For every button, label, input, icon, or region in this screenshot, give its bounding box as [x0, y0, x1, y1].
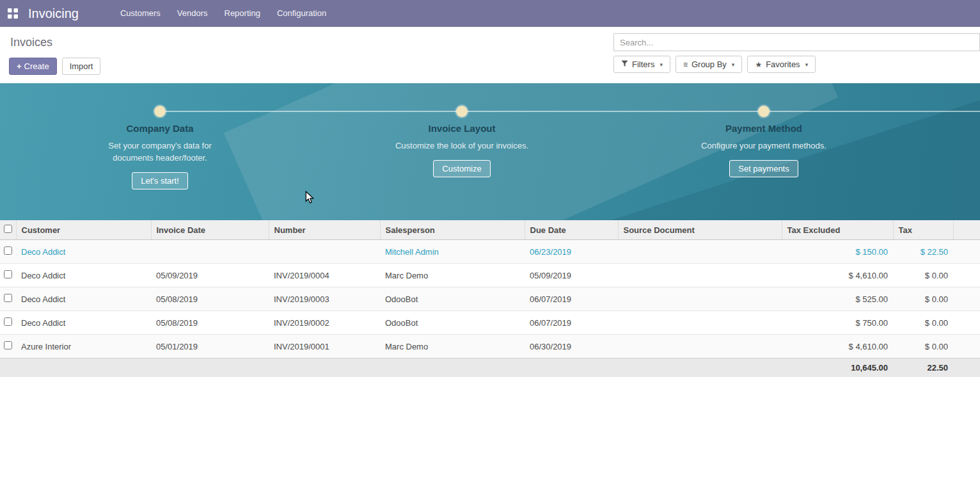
apps-grid-icon[interactable]: [8, 8, 18, 19]
onboarding-step-company-data: Company Data Set your company's data for…: [83, 123, 237, 189]
cell-source-document: [618, 264, 782, 287]
menu-reporting[interactable]: Reporting: [216, 0, 269, 27]
cell-due-date: 06/30/2019: [525, 335, 618, 358]
lets-start-button[interactable]: Let's start!: [132, 172, 188, 189]
onboarding-timeline: [160, 111, 980, 112]
create-button-label: Create: [24, 61, 49, 71]
caret-down-icon: ▾: [660, 61, 663, 68]
cell-source-document: [618, 240, 782, 264]
group-by-button[interactable]: ≡ Group By ▾: [676, 56, 742, 73]
favorites-button[interactable]: ★ Favorites ▾: [747, 56, 816, 73]
row-checkbox[interactable]: [4, 341, 12, 349]
filter-icon: [621, 60, 628, 69]
cell-tax-excluded: $ 150.00: [782, 240, 893, 264]
cell-source-document: [618, 311, 782, 335]
onboarding-banner: Company Data Set your company's data for…: [0, 83, 980, 220]
import-button[interactable]: Import: [62, 58, 101, 75]
cell-tax-excluded: $ 4,610.00: [782, 264, 893, 287]
cell-customer: Deco Addict: [16, 264, 151, 287]
cell-salesperson: Marc Demo: [380, 264, 525, 287]
group-by-icon: ≡: [683, 60, 688, 69]
menu-configuration[interactable]: Configuration: [269, 0, 335, 27]
filters-button-label: Filters: [632, 60, 654, 69]
plus-icon: +: [17, 61, 22, 71]
step-description: Configure your payment methods.: [697, 140, 831, 152]
totals-spacer: [16, 358, 151, 378]
total-tax: 22.50: [893, 358, 953, 378]
cell-spacer: [953, 335, 980, 358]
cell-customer: Azure Interior: [16, 335, 151, 358]
column-header-source-document[interactable]: Source Document: [618, 220, 782, 240]
totals-spacer: [618, 358, 782, 378]
cell-tax-excluded: $ 750.00: [782, 311, 893, 335]
cell-salesperson: Marc Demo: [380, 335, 525, 358]
step-title: Invoice Layout: [385, 123, 539, 134]
column-header-tax[interactable]: Tax: [893, 220, 953, 240]
step-title: Payment Method: [687, 123, 841, 134]
cell-tax-excluded: $ 525.00: [782, 287, 893, 311]
invoice-list-table: Customer Invoice Date Number Salesperson…: [0, 220, 980, 377]
row-checkbox[interactable]: [4, 270, 12, 278]
step-description: Set your company's data for documents he…: [93, 140, 227, 164]
cell-due-date: 06/23/2019: [525, 240, 618, 264]
cell-tax: $ 0.00: [893, 287, 953, 311]
row-checkbox[interactable]: [4, 317, 12, 326]
column-header-salesperson[interactable]: Salesperson: [380, 220, 525, 240]
cell-source-document: [618, 287, 782, 311]
onboarding-step-invoice-layout: Invoice Layout Customize the look of you…: [385, 123, 539, 177]
menu-customers[interactable]: Customers: [112, 0, 169, 27]
star-icon: ★: [755, 60, 762, 69]
invoice-row[interactable]: Deco Addict 05/08/2019 INV/2019/0003 Odo…: [0, 287, 980, 311]
cell-due-date: 06/07/2019: [525, 311, 618, 335]
create-button[interactable]: +Create: [9, 58, 57, 75]
cell-tax: $ 0.00: [893, 264, 953, 287]
column-header-number[interactable]: Number: [269, 220, 380, 240]
row-select-cell: [0, 287, 16, 311]
top-navbar: Invoicing Customers Vendors Reporting Co…: [0, 0, 980, 27]
select-all-cell: [0, 220, 16, 240]
cell-tax-excluded: $ 4,610.00: [782, 335, 893, 358]
row-select-cell: [0, 240, 16, 264]
set-payments-button[interactable]: Set payments: [729, 160, 798, 177]
invoice-row[interactable]: Deco Addict 05/08/2019 INV/2019/0002 Odo…: [0, 311, 980, 335]
invoice-row[interactable]: Azure Interior 05/01/2019 INV/2019/0001 …: [0, 335, 980, 358]
filters-button[interactable]: Filters ▾: [613, 56, 670, 73]
cell-number: INV/2019/0002: [269, 311, 380, 335]
group-by-button-label: Group By: [692, 60, 727, 69]
control-panel-left: Invoices +Create Import: [9, 33, 100, 75]
cell-invoice-date: 05/08/2019: [151, 311, 269, 335]
row-checkbox[interactable]: [4, 294, 12, 302]
caret-down-icon: ▾: [805, 61, 809, 68]
totals-spacer: [525, 358, 618, 378]
search-input[interactable]: [613, 33, 980, 51]
step-dot-invoice-layout: [456, 106, 468, 117]
column-header-spacer: [953, 220, 980, 240]
invoice-row[interactable]: Deco Addict 05/09/2019 INV/2019/0004 Mar…: [0, 264, 980, 287]
row-checkbox[interactable]: [4, 246, 12, 255]
column-header-customer[interactable]: Customer: [16, 220, 151, 240]
column-header-invoice-date[interactable]: Invoice Date: [151, 220, 269, 240]
cell-tax: $ 22.50: [893, 240, 953, 264]
cell-number: INV/2019/0001: [269, 335, 380, 358]
cell-spacer: [953, 311, 980, 335]
customize-button[interactable]: Customize: [433, 160, 490, 177]
cell-tax: $ 0.00: [893, 311, 953, 335]
totals-spacer: [380, 358, 525, 378]
invoice-row[interactable]: Deco Addict Mitchell Admin 06/23/2019 $ …: [0, 240, 980, 264]
totals-spacer: [0, 358, 16, 378]
cell-invoice-date: 05/08/2019: [151, 287, 269, 311]
column-header-due-date[interactable]: Due Date: [525, 220, 618, 240]
select-all-checkbox[interactable]: [4, 225, 12, 233]
cell-invoice-date: [151, 240, 269, 264]
table-totals-row: 10,645.00 22.50: [0, 358, 980, 378]
cell-salesperson: OdooBot: [380, 287, 525, 311]
menu-vendors[interactable]: Vendors: [169, 0, 216, 27]
step-dot-payment-method: [758, 106, 770, 117]
column-header-tax-excluded[interactable]: Tax Excluded: [782, 220, 893, 240]
cell-salesperson: OdooBot: [380, 311, 525, 335]
table-header-row: Customer Invoice Date Number Salesperson…: [0, 220, 980, 240]
cell-number: INV/2019/0003: [269, 287, 380, 311]
app-name[interactable]: Invoicing: [28, 6, 79, 21]
step-dot-company-data: [154, 106, 166, 117]
cell-spacer: [953, 264, 980, 287]
